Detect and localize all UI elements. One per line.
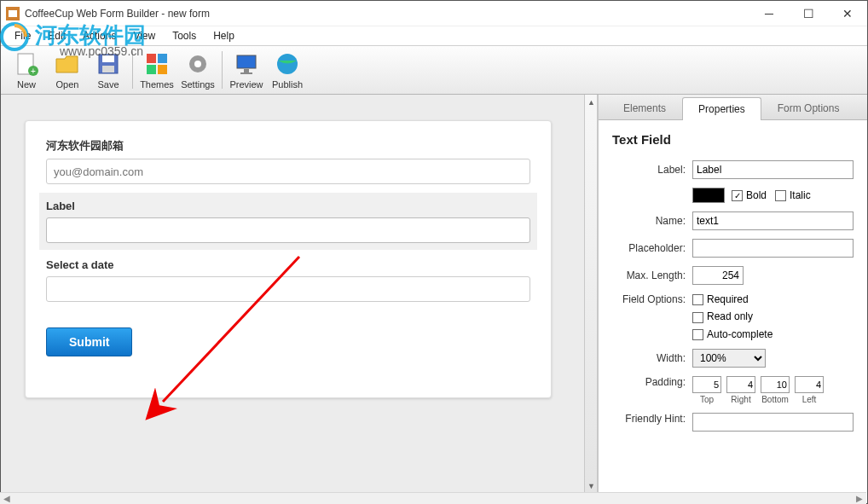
padding-label: Padding: — [612, 376, 692, 388]
menu-help[interactable]: Help — [206, 28, 241, 43]
name-input[interactable] — [692, 211, 854, 230]
menu-view[interactable]: View — [126, 28, 162, 43]
field-label: Label — [46, 200, 530, 212]
maximize-button[interactable]: ☐ — [789, 1, 828, 26]
padding-bottom-input[interactable] — [761, 376, 790, 393]
text-input[interactable] — [46, 217, 530, 243]
properties-panel: Elements Properties Form Options Text Fi… — [598, 95, 867, 494]
required-checkbox[interactable] — [692, 294, 703, 305]
date-input[interactable] — [46, 276, 530, 302]
name-label: Name: — [612, 215, 692, 227]
svg-rect-16 — [244, 69, 249, 72]
chevron-down-icon: ▼ — [587, 482, 595, 490]
form-card[interactable]: 河东软件园邮箱 Label Select a date Submit — [25, 120, 552, 398]
form-canvas[interactable]: 河东软件园邮箱 Label Select a date Submit — [1, 95, 584, 494]
monitor-icon — [233, 50, 260, 78]
themes-button[interactable]: Themes — [136, 48, 177, 92]
toolbar-separator — [132, 51, 133, 89]
placeholder-label: Placeholder: — [612, 242, 692, 254]
email-input[interactable] — [46, 159, 530, 184]
menu-actions[interactable]: Actions — [76, 28, 123, 43]
padding-left-input[interactable] — [795, 376, 824, 393]
chevron-up-icon: ▲ — [587, 98, 595, 107]
svg-rect-17 — [240, 72, 252, 74]
themes-icon — [143, 50, 171, 78]
new-file-icon: + — [13, 50, 40, 78]
svg-point-14 — [194, 61, 201, 67]
preview-button[interactable]: Preview — [226, 48, 267, 92]
svg-text:+: + — [31, 67, 36, 76]
field-label: 河东软件园邮箱 — [46, 138, 530, 154]
maxlength-input[interactable] — [692, 266, 744, 285]
field-label: Select a date — [46, 258, 530, 271]
gear-icon — [184, 50, 211, 78]
close-button[interactable]: ✕ — [828, 1, 867, 26]
minimize-button[interactable]: ─ — [749, 1, 789, 26]
toolbar: + New Open Save Themes Settings Preview … — [1, 45, 867, 95]
email-field-group[interactable]: 河东软件园邮箱 — [46, 138, 530, 184]
italic-checkbox[interactable] — [775, 190, 786, 201]
padding-top-input[interactable] — [692, 376, 721, 393]
panel-tabs: Elements Properties Form Options — [599, 95, 867, 120]
submit-button[interactable]: Submit — [46, 327, 132, 356]
readonly-checkbox[interactable] — [692, 312, 703, 323]
svg-rect-7 — [102, 55, 114, 62]
svg-rect-15 — [237, 55, 256, 68]
open-button[interactable]: Open — [47, 48, 88, 92]
tab-properties[interactable]: Properties — [682, 97, 761, 120]
chevron-left-icon[interactable]: ◀ — [3, 494, 10, 503]
window-title: CoffeeCup Web Form Builder - new form — [25, 8, 749, 20]
placeholder-input[interactable] — [692, 239, 854, 258]
title-bar: CoffeeCup Web Form Builder - new form ─ … — [1, 1, 867, 26]
tab-form-options[interactable]: Form Options — [761, 96, 856, 119]
label-input[interactable] — [692, 160, 854, 179]
date-field-group[interactable]: Select a date — [46, 258, 530, 302]
label-color-swatch[interactable] — [692, 188, 725, 203]
new-button[interactable]: + New — [6, 48, 47, 92]
menu-edit[interactable]: Edit — [41, 28, 72, 43]
width-label: Width: — [612, 352, 692, 364]
svg-rect-10 — [158, 54, 167, 63]
width-select[interactable]: 100% — [692, 349, 766, 368]
autocomplete-checkbox[interactable] — [692, 329, 703, 340]
hint-textarea[interactable] — [692, 413, 854, 432]
label-label: Label: — [612, 164, 692, 176]
section-title: Text Field — [612, 132, 854, 147]
toolbar-separator — [222, 51, 223, 89]
publish-button[interactable]: Publish — [267, 48, 308, 92]
horizontal-scrollbar[interactable]: ◀ ▶ — [0, 492, 866, 504]
svg-rect-9 — [147, 54, 156, 63]
panel-body: Text Field Label: Bold Italic Name: Plac… — [599, 120, 867, 494]
tab-elements[interactable]: Elements — [607, 96, 682, 119]
menu-tools[interactable]: Tools — [165, 28, 203, 43]
folder-open-icon — [54, 50, 81, 78]
globe-icon — [274, 50, 301, 78]
svg-rect-8 — [102, 66, 114, 72]
svg-rect-1 — [9, 10, 17, 17]
chevron-right-icon[interactable]: ▶ — [856, 494, 863, 503]
padding-right-input[interactable] — [726, 376, 755, 393]
text-field-group[interactable]: Label — [39, 193, 537, 250]
vertical-splitter[interactable]: ▲ ▼ — [584, 95, 598, 494]
menu-file[interactable]: File — [8, 28, 38, 43]
svg-rect-12 — [158, 65, 167, 74]
svg-point-18 — [277, 54, 298, 74]
fieldoptions-label: Field Options: — [612, 293, 692, 305]
floppy-icon — [95, 50, 122, 78]
save-button[interactable]: Save — [88, 48, 129, 92]
bold-checkbox[interactable] — [732, 190, 743, 201]
svg-rect-11 — [147, 65, 156, 74]
app-icon — [6, 7, 20, 20]
hint-label: Friendly Hint: — [612, 413, 692, 425]
settings-button[interactable]: Settings — [177, 48, 218, 92]
menu-bar: File Edit Actions View Tools Help — [1, 26, 867, 45]
maxlength-label: Max. Length: — [612, 269, 692, 281]
